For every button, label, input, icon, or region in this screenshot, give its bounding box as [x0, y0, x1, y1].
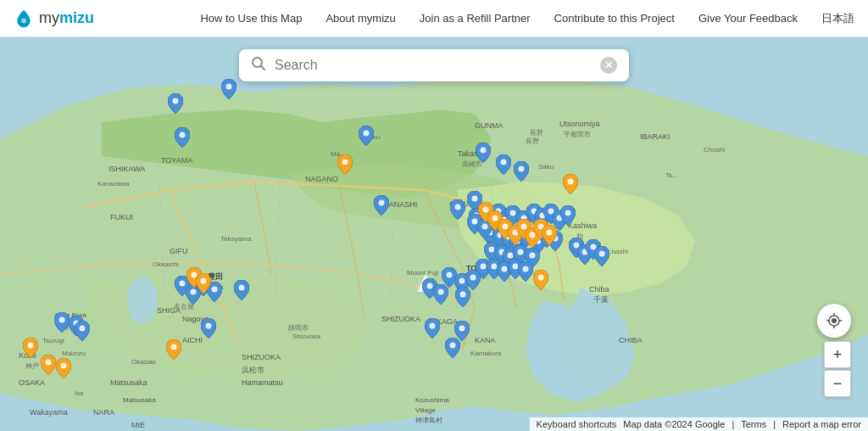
map-pin-blue[interactable] [221, 79, 236, 99]
map-pin-blue[interactable] [450, 199, 465, 220]
svg-point-118 [239, 285, 245, 291]
svg-text:NAGANO: NAGANO [305, 175, 338, 183]
map-pin-blue[interactable] [175, 127, 190, 148]
map-pin-orange[interactable] [196, 273, 211, 294]
zoom-in-button[interactable]: + [824, 341, 851, 368]
map-pin-blue[interactable] [518, 261, 533, 282]
svg-point-114 [180, 281, 186, 287]
map-pin-blue[interactable] [75, 321, 90, 341]
map-pin-orange[interactable] [166, 339, 181, 360]
svg-text:IBARAKI: IBARAKI [640, 132, 670, 141]
map-pin-blue[interactable] [496, 154, 511, 175]
terms-link[interactable]: Terms [741, 419, 766, 429]
svg-text:Hamamatsu: Hamamatsu [242, 378, 283, 387]
svg-text:Wakayama: Wakayama [30, 408, 68, 417]
my-location-button[interactable] [817, 304, 851, 338]
svg-text:Ise: Ise [75, 389, 84, 397]
svg-point-105 [447, 272, 453, 278]
map-pin-blue[interactable] [425, 318, 440, 339]
map-pin-orange[interactable] [533, 270, 548, 290]
svg-text:神戸: 神戸 [25, 362, 39, 370]
svg-text:Shizuoka: Shizuoka [292, 333, 320, 340]
map-pin-blue[interactable] [234, 280, 249, 300]
svg-text:Takayama: Takayama [220, 235, 252, 243]
nav-contribute[interactable]: Contribute to this Project [554, 12, 675, 25]
svg-text:神津島村: 神津島村 [415, 417, 442, 424]
svg-point-113 [450, 343, 456, 349]
report-error-link[interactable]: Report a map error [782, 419, 861, 429]
svg-text:Ts...: Ts... [665, 171, 678, 179]
header: mymizu How to Use this Map About mymizu … [0, 0, 868, 37]
search-icon [251, 56, 266, 75]
map-pin-orange[interactable] [56, 358, 71, 378]
map-pin-blue[interactable] [201, 318, 216, 339]
location-icon [826, 312, 843, 329]
svg-text:SHIZUOKA: SHIZUOKA [381, 315, 420, 323]
map-pin-blue[interactable] [374, 195, 389, 216]
map-pin-blue[interactable] [433, 284, 448, 305]
map-pin-blue[interactable] [168, 93, 183, 114]
svg-point-100 [481, 264, 487, 270]
search-clear-button[interactable]: ✕ [600, 57, 617, 74]
svg-point-145 [61, 363, 67, 369]
map-pin-orange[interactable] [23, 338, 38, 358]
svg-text:OSAKA: OSAKA [19, 378, 45, 387]
svg-point-75 [455, 204, 461, 210]
svg-text:Matsusaka: Matsusaka [123, 396, 156, 404]
map-pin-blue[interactable] [359, 126, 374, 146]
svg-text:Chiba: Chiba [589, 285, 609, 294]
nav-japanese[interactable]: 日本語 [821, 11, 854, 26]
svg-text:Okazaki: Okazaki [131, 358, 156, 366]
map-pin-blue[interactable] [514, 161, 529, 182]
map-pin-blue[interactable] [445, 338, 460, 358]
svg-point-126 [599, 251, 605, 257]
map-pin-orange[interactable] [41, 355, 56, 375]
logo-icon [14, 8, 34, 29]
svg-point-70 [481, 148, 487, 154]
zoom-out-button[interactable]: − [824, 370, 851, 397]
map-pin-blue[interactable] [560, 205, 576, 226]
map-pin-orange[interactable] [542, 225, 557, 245]
keyboard-shortcuts-link[interactable]: Keyboard shortcuts [537, 419, 617, 429]
main-nav: How to Use this Map About mymizu Join as… [200, 11, 854, 26]
svg-point-130 [201, 278, 207, 284]
map-pin-blue[interactable] [594, 246, 609, 266]
svg-point-108 [427, 283, 433, 289]
nav-how-to-use[interactable]: How to Use this Map [200, 12, 302, 25]
search-bar: ✕ [239, 49, 629, 81]
svg-text:GIFU: GIFU [170, 247, 188, 255]
svg-point-71 [501, 160, 507, 165]
svg-point-122 [80, 326, 86, 332]
svg-point-73 [472, 196, 478, 202]
logo[interactable]: mymizu [14, 8, 94, 29]
separator: | [732, 419, 734, 429]
map-container[interactable]: ISHIKAWA Kanazawa TOYAMA FUKUI GIFU SHIG… [0, 37, 868, 431]
svg-text:Maizuru: Maizuru [62, 350, 86, 357]
map-pin-orange[interactable] [337, 154, 353, 175]
map-pin-blue[interactable] [476, 143, 491, 163]
svg-point-120 [59, 317, 65, 323]
svg-text:Mount Fuji: Mount Fuji [407, 269, 439, 277]
svg-text:GUNMA: GUNMA [475, 121, 504, 130]
map-footer: Keyboard shortcuts Map data ©2024 Google… [530, 417, 868, 431]
svg-text:Saku: Saku [538, 163, 554, 171]
nav-feedback[interactable]: Give Your Feedback [698, 12, 798, 25]
search-input[interactable] [275, 58, 600, 73]
map-pin-blue[interactable] [54, 312, 70, 333]
svg-text:Kamakura: Kamakura [470, 350, 502, 357]
svg-text:長野: 長野 [530, 129, 543, 137]
map-pin-blue[interactable] [455, 287, 470, 307]
svg-text:千葉: 千葉 [593, 295, 609, 304]
svg-point-143 [28, 343, 34, 349]
svg-text:Utsonomiya: Utsonomiya [559, 120, 600, 128]
svg-point-99 [530, 253, 536, 259]
nav-about[interactable]: About mymizu [326, 12, 395, 25]
svg-point-144 [46, 360, 52, 366]
svg-text:Okkaichi: Okkaichi [153, 260, 179, 268]
svg-text:Matsusaka: Matsusaka [110, 378, 147, 387]
svg-point-142 [171, 344, 177, 350]
svg-text:SHIZUOKA: SHIZUOKA [242, 353, 281, 361]
svg-text:KANA: KANA [475, 336, 496, 344]
map-pin-orange[interactable] [563, 174, 578, 194]
nav-join[interactable]: Join as a Refill Partner [420, 12, 531, 25]
